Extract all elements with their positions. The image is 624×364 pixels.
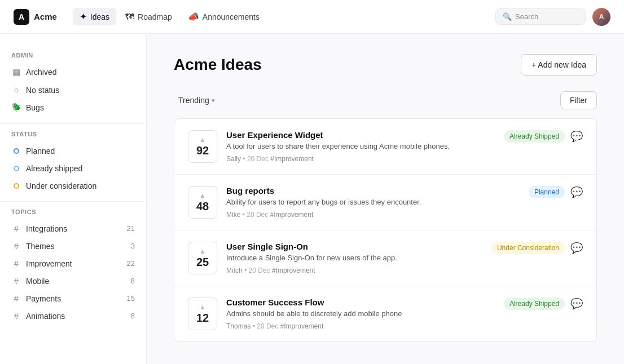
idea-actions: Under Consideration 💬 <box>491 242 583 254</box>
improvement-count: 22 <box>127 259 135 268</box>
topnav: A Acme ✦ Ideas 🗺 Roadmap 📣 Announcements… <box>0 0 624 34</box>
nav-label-announcements: Announcements <box>203 12 260 21</box>
sort-dropdown[interactable]: Trending ▾ <box>174 94 219 107</box>
idea-card: ▲ 48 Bug reports Ability for users to re… <box>174 175 596 230</box>
search-placeholder: Search <box>515 12 538 21</box>
sidebar-item-mobile[interactable]: # Mobile 8 <box>0 272 146 290</box>
idea-meta: Mike • 20 Dec #Improvement <box>226 211 520 219</box>
upvote-arrow-icon: ▲ <box>199 248 206 255</box>
improvement-icon: # <box>11 259 21 268</box>
integrations-icon: # <box>11 224 21 233</box>
sidebar-item-under-consideration[interactable]: Under consideration <box>0 177 146 194</box>
nav-item-announcements[interactable]: 📣 Announcements <box>181 8 266 25</box>
sidebar-item-already-shipped[interactable]: Already shipped <box>0 159 146 177</box>
main-content: Acme Ideas + Add new Idea Trending ▾ Fil… <box>147 34 624 364</box>
under-consideration-dot-icon <box>11 181 21 190</box>
idea-body: Customer Success Flow Admins should be a… <box>226 298 495 330</box>
vote-box[interactable]: ▲ 12 <box>188 298 217 330</box>
idea-title: User Single Sign-On <box>226 242 482 251</box>
themes-count: 3 <box>131 242 135 250</box>
idea-body: User Single Sign-On Introduce a Single S… <box>226 242 482 274</box>
sidebar-item-animations[interactable]: # Animations 8 <box>0 307 146 325</box>
status-badge: Planned <box>529 186 565 198</box>
nav-label-ideas: Ideas <box>90 12 109 21</box>
sidebar-item-payments[interactable]: # Payments 15 <box>0 290 146 307</box>
idea-description: A tool for users to share their experien… <box>226 142 495 150</box>
comment-icon[interactable]: 💬 <box>570 242 583 254</box>
sidebar-item-bugs[interactable]: 🪲 Bugs <box>0 99 146 117</box>
idea-description: Introduce a Single Sign-On for new users… <box>226 254 482 262</box>
layout: Admin ▦ Archived ○ No status 🪲 Bugs Stat… <box>0 34 624 364</box>
upvote-arrow-icon: ▲ <box>199 304 206 310</box>
brand-name: Acme <box>34 12 57 21</box>
idea-meta: Sally • 20 Dec #Improvement <box>226 155 495 163</box>
filter-bar: Trending ▾ Filter <box>174 91 597 109</box>
idea-body: User Experience Widget A tool for users … <box>226 130 495 163</box>
vote-box[interactable]: ▲ 48 <box>188 186 217 219</box>
nav-item-roadmap[interactable]: 🗺 Roadmap <box>118 8 179 25</box>
filter-button[interactable]: Filter <box>560 91 597 109</box>
sidebar: Admin ▦ Archived ○ No status 🪲 Bugs Stat… <box>0 34 147 364</box>
comment-icon[interactable]: 💬 <box>570 298 583 310</box>
integrations-label: Integrations <box>26 224 122 233</box>
idea-title: User Experience Widget <box>226 130 495 140</box>
vote-count: 12 <box>196 312 209 325</box>
status-section-label: Status <box>0 131 146 142</box>
admin-section-label: Admin <box>0 52 146 63</box>
animations-count: 8 <box>131 312 135 320</box>
brand[interactable]: A Acme <box>14 9 57 25</box>
page-header: Acme Ideas + Add new Idea <box>174 54 597 76</box>
vote-count: 92 <box>196 144 209 157</box>
upvote-arrow-icon: ▲ <box>199 192 206 199</box>
already-shipped-dot-icon <box>11 163 21 173</box>
chevron-down-icon: ▾ <box>212 97 215 104</box>
status-badge: Already Shipped <box>504 298 565 310</box>
avatar[interactable]: A <box>592 8 610 26</box>
nav-item-ideas[interactable]: ✦ Ideas <box>73 8 116 25</box>
animations-label: Animations <box>26 312 126 321</box>
idea-card: ▲ 25 User Single Sign-On Introduce a Sin… <box>174 230 596 286</box>
sidebar-item-integrations[interactable]: # Integrations 21 <box>0 220 146 237</box>
sidebar-item-archived[interactable]: ▦ Archived <box>0 63 146 81</box>
idea-body: Bug reports Ability for users to report … <box>226 186 520 219</box>
mobile-icon: # <box>11 276 21 286</box>
mobile-label: Mobile <box>26 277 126 286</box>
planned-dot-icon <box>11 146 21 156</box>
idea-description: Admins should be able to discretely add … <box>226 309 495 318</box>
bugs-label: Bugs <box>26 103 135 112</box>
idea-card: ▲ 92 User Experience Widget A tool for u… <box>174 119 596 175</box>
planned-label: Planned <box>26 147 135 156</box>
integrations-count: 21 <box>127 224 135 233</box>
comment-icon[interactable]: 💬 <box>570 130 583 143</box>
vote-box[interactable]: ▲ 92 <box>188 130 217 163</box>
mobile-count: 8 <box>131 277 135 285</box>
upvote-arrow-icon: ▲ <box>199 136 206 143</box>
search-box[interactable]: 🔍 Search <box>495 8 586 25</box>
idea-actions: Already Shipped 💬 <box>504 130 583 143</box>
sidebar-item-improvement[interactable]: # Improvement 22 <box>0 255 146 272</box>
idea-title: Customer Success Flow <box>226 298 495 307</box>
vote-count: 48 <box>196 200 209 213</box>
themes-icon: # <box>11 241 21 251</box>
vote-box[interactable]: ▲ 25 <box>188 242 217 274</box>
sidebar-item-no-status[interactable]: ○ No status <box>0 81 146 99</box>
vote-count: 25 <box>196 256 209 269</box>
add-idea-button[interactable]: + Add new Idea <box>521 54 597 76</box>
idea-card: ▲ 12 Customer Success Flow Admins should… <box>174 286 596 341</box>
improvement-label: Improvement <box>26 259 122 268</box>
status-badge: Already Shipped <box>504 130 565 143</box>
sidebar-item-themes[interactable]: # Themes 3 <box>0 237 146 255</box>
animations-icon: # <box>11 311 21 321</box>
bugs-icon: 🪲 <box>11 103 21 113</box>
already-shipped-label: Already shipped <box>26 164 135 173</box>
page-title: Acme Ideas <box>174 56 262 74</box>
archived-icon: ▦ <box>11 67 21 77</box>
idea-actions: Already Shipped 💬 <box>504 298 583 310</box>
sidebar-divider-2 <box>0 201 146 202</box>
sidebar-item-planned[interactable]: Planned <box>0 142 146 159</box>
idea-title: Bug reports <box>226 186 520 196</box>
status-badge: Under Consideration <box>491 242 565 254</box>
announcements-icon: 📣 <box>188 11 199 22</box>
under-consideration-label: Under consideration <box>26 181 135 190</box>
comment-icon[interactable]: 💬 <box>570 186 583 198</box>
